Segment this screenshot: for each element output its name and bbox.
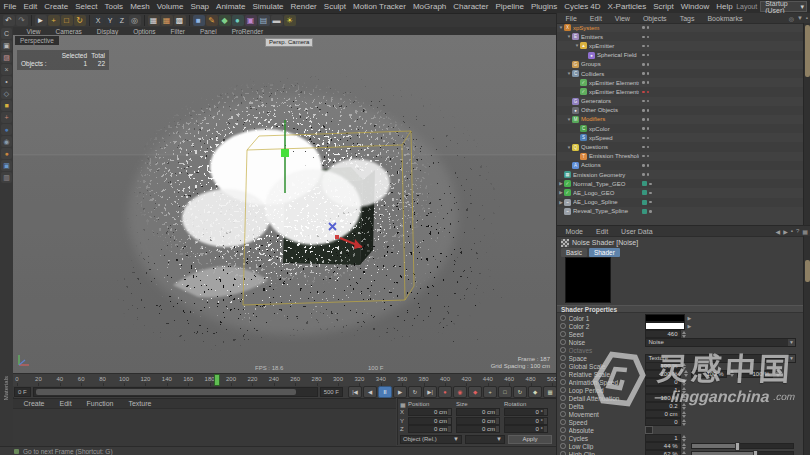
spinner-icon[interactable] xyxy=(448,426,451,432)
value-field[interactable]: 0 xyxy=(645,378,681,386)
tree-item-emitters[interactable]: ▼EEmitters xyxy=(557,32,804,41)
om-filter-icon[interactable]: ▼ xyxy=(797,15,803,22)
coords-mode-select[interactable]: Object (Rel.)▼ xyxy=(400,435,462,444)
spinner-icon[interactable] xyxy=(682,443,687,450)
object-visibility-toggles[interactable] xyxy=(642,97,649,106)
am-back-icon[interactable]: ◀ xyxy=(776,228,781,235)
value-field[interactable]: 100 % xyxy=(645,370,681,378)
tree-item-actions[interactable]: AActions xyxy=(557,161,804,170)
object-visibility-toggles[interactable] xyxy=(642,179,652,188)
tree-item-questions[interactable]: ▼QQuestions xyxy=(557,142,804,151)
menubar-item-simulate[interactable]: Simulate xyxy=(249,0,287,13)
menubar-item-sculpt[interactable]: Sculpt xyxy=(320,0,349,13)
value-field[interactable]: 100 % xyxy=(691,370,727,378)
texture-mode-icon[interactable]: ▨ xyxy=(1,52,12,63)
animation-dot-icon[interactable] xyxy=(560,331,566,337)
tree-item-groups[interactable]: GGroups xyxy=(557,60,804,69)
spinner-icon[interactable] xyxy=(684,370,689,377)
tree-item-spherical-field[interactable]: ●Spherical Field xyxy=(557,51,804,60)
animation-dot-icon[interactable] xyxy=(560,315,566,321)
value-field[interactable]: 0.2 xyxy=(645,402,681,410)
object-visibility-toggles[interactable] xyxy=(642,207,652,216)
spinner-icon[interactable] xyxy=(682,379,687,386)
am-menu-edit[interactable]: Edit xyxy=(593,225,612,238)
menubar-item-mesh[interactable]: Mesh xyxy=(127,0,154,13)
menubar-item-select[interactable]: Select xyxy=(72,0,101,13)
am-menu-user-data[interactable]: User Data xyxy=(618,225,657,238)
slider-track[interactable] xyxy=(691,451,795,455)
om-search-icon[interactable]: ◎ xyxy=(789,15,794,22)
spinner-icon[interactable] xyxy=(682,331,687,338)
spinner-icon[interactable] xyxy=(682,363,687,370)
record-options-button[interactable]: ◆ xyxy=(468,386,482,398)
material-menu-texture[interactable]: Texture xyxy=(125,397,155,410)
object-visibility-toggles[interactable] xyxy=(642,133,649,142)
object-visibility-toggles[interactable] xyxy=(642,106,649,115)
apply-button[interactable]: Apply xyxy=(508,435,552,444)
animation-dot-icon[interactable] xyxy=(560,355,566,361)
viewport-canvas[interactable]: Perspective Selected Total Objects : 1 2… xyxy=(13,35,556,373)
tree-item-normal-type-geo[interactable]: ▶✓Normal_Type_GEO xyxy=(557,179,804,188)
range-start-field[interactable]: 0 F xyxy=(14,387,31,397)
camera-icon[interactable]: ▬ xyxy=(271,15,283,26)
model-mode-icon[interactable]: ▣ xyxy=(1,40,12,51)
play-pause-button[interactable]: II xyxy=(378,386,392,398)
timeline-scrollbar-thumb[interactable] xyxy=(36,389,296,395)
keyframe-scale-toggle[interactable]: □ xyxy=(498,386,512,398)
spinner-icon[interactable] xyxy=(682,395,687,402)
points-mode-icon[interactable]: • xyxy=(1,76,12,87)
material-menu-function[interactable]: Function xyxy=(83,397,117,410)
viewport-label[interactable]: Perspective xyxy=(15,36,59,45)
goto-start-button[interactable]: |◀ xyxy=(348,386,362,398)
spinner-icon[interactable] xyxy=(682,419,687,426)
loop-mode-button[interactable]: ↻ xyxy=(408,386,422,398)
value-field[interactable]: 100 % xyxy=(645,394,681,402)
spinner-icon[interactable] xyxy=(682,403,687,410)
material-menu-create[interactable]: Create xyxy=(20,397,48,410)
animation-dot-icon[interactable] xyxy=(560,347,566,353)
animation-dot-icon[interactable] xyxy=(560,395,566,401)
menubar-item-render[interactable]: Render xyxy=(287,0,320,13)
am-help-icon[interactable]: ? xyxy=(796,228,799,235)
spinner-icon[interactable] xyxy=(496,409,499,415)
animation-dot-icon[interactable] xyxy=(560,427,566,433)
object-visibility-toggles[interactable] xyxy=(642,142,649,151)
range-end-field[interactable]: 500 F xyxy=(320,387,343,397)
attribute-manager-scrollbar-thumb[interactable] xyxy=(805,260,810,282)
menubar-item-edit[interactable]: Edit xyxy=(20,0,41,13)
tree-item-xpemitter[interactable]: ▼▲xpEmitter xyxy=(557,41,804,50)
spinner-icon[interactable] xyxy=(544,426,547,432)
menubar-item-motion-tracker[interactable]: Motion Tracker xyxy=(350,0,410,13)
expand-arrow-icon[interactable]: ▶ xyxy=(688,323,692,329)
coordinate-field[interactable]: 0 ° xyxy=(504,408,548,416)
spinner-icon[interactable] xyxy=(544,409,547,415)
spinner-icon[interactable] xyxy=(496,418,499,424)
polygons-mode-icon[interactable]: ■ xyxy=(1,100,12,111)
enable-axis-icon[interactable]: + xyxy=(1,112,12,123)
object-visibility-toggles[interactable] xyxy=(642,32,649,41)
object-manager-scrollbar-thumb[interactable] xyxy=(805,25,810,77)
am-grid-icon[interactable]: ▦ xyxy=(802,228,808,235)
coordinate-field[interactable]: 0 ° xyxy=(504,425,548,433)
object-visibility-toggles[interactable] xyxy=(642,69,649,78)
layout-select[interactable]: Startup (User) ▾ xyxy=(760,1,807,12)
menubar-item-plugins[interactable]: Plugins xyxy=(527,0,560,13)
object-visibility-toggles[interactable] xyxy=(642,41,649,50)
tree-item-ae-logo-spline[interactable]: ▶~AE_Logo_Spline xyxy=(557,198,804,207)
value-field[interactable]: 0 xyxy=(645,418,681,426)
material-menu-edit[interactable]: Edit xyxy=(56,397,75,410)
goto-end-button[interactable]: ▶| xyxy=(423,386,437,398)
value-field[interactable]: 100 % xyxy=(737,370,773,378)
dock-tab-materials[interactable]: Materials xyxy=(0,374,12,434)
tree-item-xpspeed[interactable]: SxpSpeed xyxy=(557,133,804,142)
tree-item-xpsystem[interactable]: ▼XxpSystem xyxy=(557,23,804,32)
spinner-icon[interactable] xyxy=(448,418,451,424)
coordinate-field[interactable]: 0 ° xyxy=(504,417,548,425)
object-visibility-toggles[interactable] xyxy=(642,161,649,170)
animation-dot-icon[interactable] xyxy=(560,339,566,345)
tree-item-other-objects[interactable]: ●Other Objects xyxy=(557,106,804,115)
checkbox[interactable] xyxy=(645,426,653,434)
tree-item-modifiers[interactable]: ▼MModifiers xyxy=(557,115,804,124)
object-visibility-toggles[interactable] xyxy=(642,198,652,207)
viewport-solo-icon[interactable]: ● xyxy=(1,124,12,135)
